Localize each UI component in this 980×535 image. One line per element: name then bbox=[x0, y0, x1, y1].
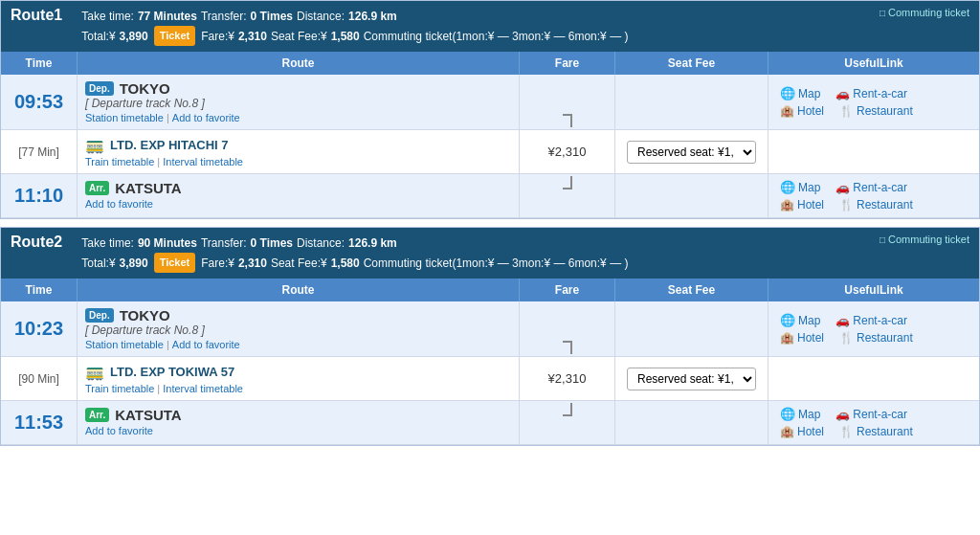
useful-link-restaurant[interactable]: Restaurant bbox=[839, 198, 913, 212]
fare-value: 2,310 bbox=[238, 27, 267, 46]
useful-row: HotelRestaurant bbox=[780, 425, 913, 438]
total-label: Total:¥ bbox=[81, 27, 115, 46]
commuting-info: Commuting ticket(1mon:¥ ― 3mon:¥ ― 6mon:… bbox=[364, 27, 629, 46]
seat-fee-cell bbox=[615, 301, 768, 356]
useful-link-rent-a-car[interactable]: Rent-a-car bbox=[835, 407, 907, 421]
route-label: Route2 bbox=[11, 234, 62, 251]
commuting-info: Commuting ticket(1mon:¥ ― 3mon:¥ ― 6mon:… bbox=[364, 254, 629, 273]
station-row: Arr. KATSUTA bbox=[85, 407, 182, 423]
fare-value: 2,310 bbox=[238, 254, 267, 273]
train-link[interactable]: Interval timetable bbox=[163, 156, 243, 167]
useful-link-hotel[interactable]: Hotel bbox=[780, 425, 824, 438]
useful-link-restaurant[interactable]: Restaurant bbox=[839, 425, 913, 438]
station-link[interactable]: Station timetable bbox=[85, 339, 164, 350]
station-link[interactable]: Add to favorite bbox=[172, 112, 240, 123]
station-links: Add to favorite bbox=[85, 198, 153, 210]
restaurant-icon bbox=[839, 331, 854, 345]
route-info-line2: Total:¥ 3,890 Ticket Fare:¥ 2,310 Seat F… bbox=[81, 253, 880, 273]
transfer-label: Transfer: bbox=[201, 7, 247, 26]
seat-fee-value: 1,580 bbox=[331, 254, 360, 273]
distance-label: Distance: bbox=[297, 7, 345, 26]
table-row: 09:53 Dep. TOKYO [ Departure track No.8 … bbox=[1, 75, 979, 130]
station-link[interactable]: Add to favorite bbox=[85, 198, 153, 210]
useful-link-label: Rent-a-car bbox=[853, 87, 907, 100]
route-rows: 09:53 Dep. TOKYO [ Departure track No.8 … bbox=[1, 75, 979, 218]
col-header-seat-fee: Seat Fee bbox=[615, 279, 768, 301]
useful-link-label: Map bbox=[798, 408, 820, 421]
ticket-badge[interactable]: Ticket bbox=[154, 26, 196, 46]
seat-select[interactable]: Reserved seat: ¥1, bbox=[627, 368, 756, 390]
useful-link-map[interactable]: Map bbox=[780, 313, 820, 327]
restaurant-icon bbox=[839, 425, 854, 438]
useful-link-rent-a-car[interactable]: Rent-a-car bbox=[835, 86, 907, 100]
total-label: Total:¥ bbox=[81, 254, 115, 273]
useful-link-hotel[interactable]: Hotel bbox=[780, 198, 824, 212]
globe-icon bbox=[780, 180, 795, 194]
useful-link-label: Rent-a-car bbox=[853, 408, 907, 421]
useful-link-map[interactable]: Map bbox=[780, 86, 820, 100]
globe-icon bbox=[780, 86, 795, 100]
useful-link-cell: MapRent-a-carHotelRestaurant bbox=[768, 301, 979, 356]
seat-select[interactable]: Reserved seat: ¥1, bbox=[627, 141, 756, 164]
station-link[interactable]: Add to favorite bbox=[172, 339, 240, 350]
useful-link-rent-a-car[interactable]: Rent-a-car bbox=[835, 180, 907, 194]
route-header: Route2 Take time: 90 Minutes Transfer: 0… bbox=[1, 228, 979, 279]
useful-link-restaurant[interactable]: Restaurant bbox=[839, 104, 913, 118]
route-info-line1: Take time: 90 Minutes Transfer: 0 Times … bbox=[81, 234, 880, 253]
route-info-line2: Total:¥ 3,890 Ticket Fare:¥ 2,310 Seat F… bbox=[81, 26, 880, 46]
train-link[interactable]: Interval timetable bbox=[163, 383, 243, 394]
train-link[interactable]: Train timetable bbox=[85, 156, 154, 167]
train-link[interactable]: Train timetable bbox=[85, 383, 154, 394]
col-header-usefullink: UsefulLink bbox=[768, 52, 979, 75]
seat-fee-cell bbox=[615, 174, 768, 217]
route-block-route1: Route1 Take time: 77 Minutes Transfer: 0… bbox=[0, 0, 980, 219]
train-name: LTD. EXP HITACHI 7 bbox=[110, 138, 229, 152]
station-links: Add to favorite bbox=[85, 425, 153, 436]
useful-link-restaurant[interactable]: Restaurant bbox=[839, 331, 913, 345]
useful-link-map[interactable]: Map bbox=[780, 180, 820, 194]
train-icon: 🚃 bbox=[85, 363, 104, 381]
arr-badge: Arr. bbox=[85, 181, 109, 195]
useful-row: HotelRestaurant bbox=[780, 331, 913, 345]
route-block-route2: Route2 Take time: 90 Minutes Transfer: 0… bbox=[0, 227, 980, 446]
useful-link-cell: MapRent-a-carHotelRestaurant bbox=[768, 174, 979, 217]
train-icon: 🚃 bbox=[85, 136, 104, 154]
transfer-label: Transfer: bbox=[201, 234, 247, 253]
station-time: 11:53 bbox=[14, 412, 63, 434]
commuting-ticket-link[interactable]: Commuting ticket bbox=[880, 7, 969, 18]
station-link[interactable]: Station timetable bbox=[85, 112, 164, 123]
hotel-icon bbox=[780, 331, 794, 345]
transfer-value: 0 Times bbox=[251, 7, 293, 26]
globe-icon bbox=[780, 313, 795, 327]
col-header-seat-fee: Seat Fee bbox=[615, 52, 768, 75]
table-header: TimeRouteFareSeat FeeUsefulLink bbox=[1, 279, 979, 301]
useful-link-cell-empty bbox=[768, 357, 979, 400]
useful-link-label: Hotel bbox=[797, 198, 824, 212]
train-route-cell: 🚃 LTD. EXP HITACHI 7 Train timetable|Int… bbox=[78, 130, 520, 173]
useful-link-label: Restaurant bbox=[857, 104, 913, 118]
ticket-badge[interactable]: Ticket bbox=[154, 253, 196, 273]
duration-cell: [77 Min] bbox=[1, 130, 78, 173]
train-route-cell: 🚃 LTD. EXP TOKIWA 57 Train timetable|Int… bbox=[78, 357, 520, 400]
commuting-ticket-link[interactable]: Commuting ticket bbox=[880, 234, 969, 245]
useful-row: MapRent-a-car bbox=[780, 86, 907, 100]
useful-link-rent-a-car[interactable]: Rent-a-car bbox=[835, 313, 907, 327]
useful-link-map[interactable]: Map bbox=[780, 407, 820, 421]
useful-link-hotel[interactable]: Hotel bbox=[780, 331, 824, 345]
fare-amount-cell: ¥2,310 bbox=[520, 130, 615, 173]
useful-row: MapRent-a-car bbox=[780, 313, 907, 327]
table-row: 11:10 Arr. KATSUTA Add to favorite MapRe… bbox=[1, 174, 979, 218]
train-row: 🚃 LTD. EXP TOKIWA 57 bbox=[85, 363, 234, 381]
station-link[interactable]: Add to favorite bbox=[85, 425, 153, 436]
useful-link-label: Hotel bbox=[797, 425, 824, 438]
col-header-time: Time bbox=[1, 279, 78, 301]
useful-link-label: Map bbox=[798, 87, 820, 100]
separator: | bbox=[157, 383, 160, 394]
distance-value: 126.9 km bbox=[348, 7, 397, 26]
useful-link-cell: MapRent-a-carHotelRestaurant bbox=[768, 401, 979, 444]
route-rows: 10:23 Dep. TOKYO [ Departure track No.8 … bbox=[1, 301, 979, 445]
useful-link-hotel[interactable]: Hotel bbox=[780, 104, 824, 118]
bracket-bot-icon bbox=[563, 176, 572, 189]
table-row: [90 Min] 🚃 LTD. EXP TOKIWA 57 Train time… bbox=[1, 357, 979, 401]
time-cell: 10:23 bbox=[1, 301, 78, 356]
